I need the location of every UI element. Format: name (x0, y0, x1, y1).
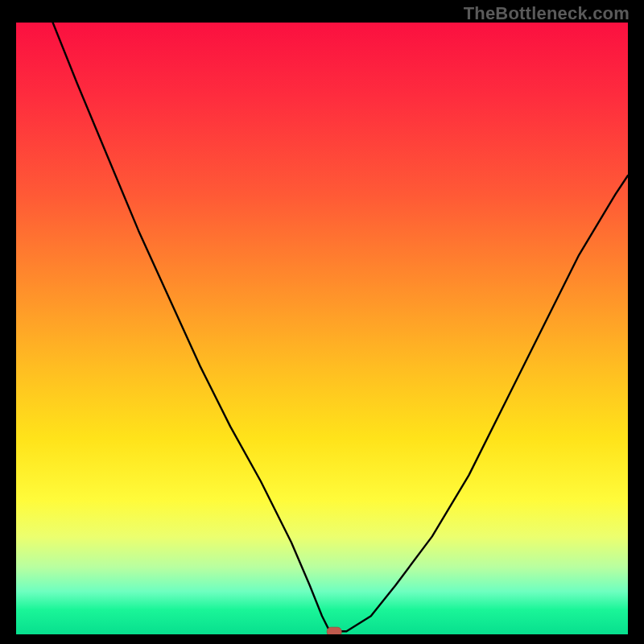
bottleneck-curve (53, 23, 628, 631)
plot-area (16, 23, 628, 634)
watermark-text: TheBottleneck.com (464, 3, 630, 24)
minimum-marker (327, 627, 341, 634)
chart-frame: TheBottleneck.com (0, 0, 644, 644)
chart-svg (16, 23, 628, 634)
